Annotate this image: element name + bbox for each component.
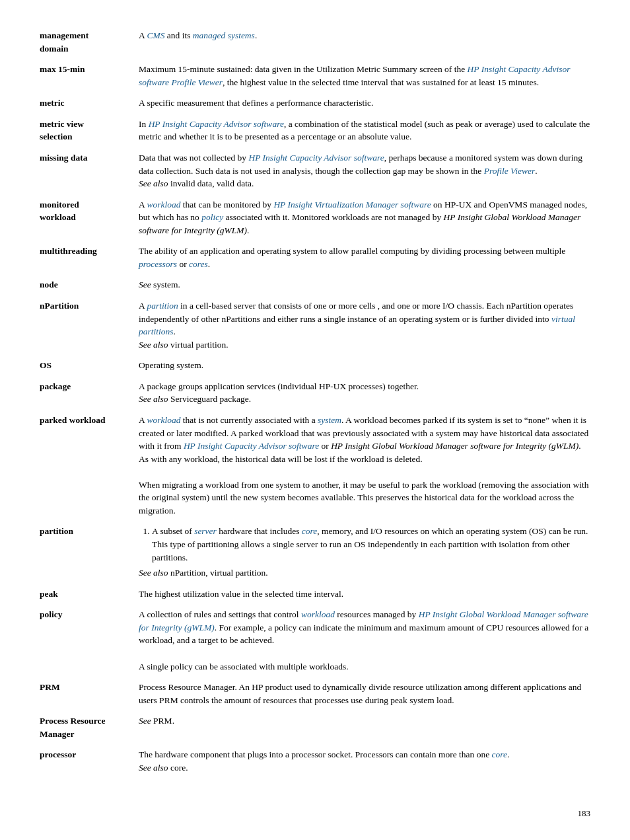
glossary-term: multithreading <box>40 242 139 276</box>
glossary-definition: A collection of rules and settings that … <box>139 605 590 678</box>
glossary-definition: The highest utilization value in the sel… <box>139 585 590 606</box>
glossary-row: OSOperating system. <box>40 356 590 377</box>
glossary-definition: Data that was not collected by HP Insigh… <box>139 149 590 196</box>
glossary-term: max 15-min <box>40 60 139 94</box>
page-number: 183 <box>578 808 591 820</box>
glossary-definition: In HP Insight Capacity Advisor software,… <box>139 115 590 149</box>
glossary-row: nPartitionA partition in a cell-based se… <box>40 297 590 356</box>
glossary-row: policyA collection of rules and settings… <box>40 605 590 678</box>
glossary-row: managementdomainA CMS and its managed sy… <box>40 26 590 60</box>
glossary-term: node <box>40 276 139 297</box>
glossary-term: policy <box>40 605 139 678</box>
glossary-row: multithreadingThe ability of an applicat… <box>40 242 590 276</box>
glossary-row: nodeSee system. <box>40 276 590 297</box>
glossary-row: peakThe highest utilization value in the… <box>40 585 590 606</box>
glossary-definition: A specific measurement that defines a pe… <box>139 94 590 115</box>
glossary-term: package <box>40 377 139 411</box>
glossary-definition: Maximum 15-minute sustained: data given … <box>139 60 590 94</box>
glossary-definition: See PRM. <box>139 712 590 745</box>
glossary-definition: A workload that is not currently associa… <box>139 411 590 523</box>
glossary-definition: A CMS and its managed systems. <box>139 26 590 60</box>
glossary-row: Process ResourceManagerSee PRM. <box>40 712 590 745</box>
glossary-term: monitoredworkload <box>40 196 139 243</box>
glossary-term: partition <box>40 522 139 584</box>
glossary-row: metricA specific measurement that define… <box>40 94 590 115</box>
glossary-row: partitionA subset of server hardware tha… <box>40 522 590 584</box>
glossary-row: missing dataData that was not collected … <box>40 149 590 196</box>
glossary-table: managementdomainA CMS and its managed sy… <box>40 26 590 779</box>
glossary-term: Process ResourceManager <box>40 712 139 745</box>
glossary-row: PRMProcess Resource Manager. An HP produ… <box>40 678 590 712</box>
glossary-term: processor <box>40 745 139 779</box>
glossary-row: monitoredworkloadA workload that can be … <box>40 196 590 243</box>
glossary-term: metric <box>40 94 139 115</box>
glossary-definition: The hardware component that plugs into a… <box>139 745 590 779</box>
glossary-definition: A workload that can be monitored by HP I… <box>139 196 590 243</box>
glossary-row: max 15-minMaximum 15-minute sustained: d… <box>40 60 590 94</box>
glossary-term: PRM <box>40 678 139 712</box>
glossary-definition: A package groups application services (i… <box>139 377 590 411</box>
glossary-definition: Operating system. <box>139 356 590 377</box>
glossary-row: packageA package groups application serv… <box>40 377 590 411</box>
glossary-definition: Process Resource Manager. An HP product … <box>139 678 590 712</box>
glossary-row: parked workloadA workload that is not cu… <box>40 411 590 523</box>
glossary-definition: A partition in a cell-based server that … <box>139 297 590 356</box>
glossary-term: nPartition <box>40 297 139 356</box>
glossary-row: processorThe hardware component that plu… <box>40 745 590 779</box>
glossary-row: metric viewselectionIn HP Insight Capaci… <box>40 115 590 149</box>
glossary-term: metric viewselection <box>40 115 139 149</box>
glossary-definition: See system. <box>139 276 590 297</box>
glossary-term: OS <box>40 356 139 377</box>
glossary-term: missing data <box>40 149 139 196</box>
glossary-definition: A subset of server hardware that include… <box>139 522 590 584</box>
glossary-term: managementdomain <box>40 26 139 60</box>
glossary-term: peak <box>40 585 139 606</box>
glossary-term: parked workload <box>40 411 139 523</box>
glossary-definition: The ability of an application and operat… <box>139 242 590 276</box>
